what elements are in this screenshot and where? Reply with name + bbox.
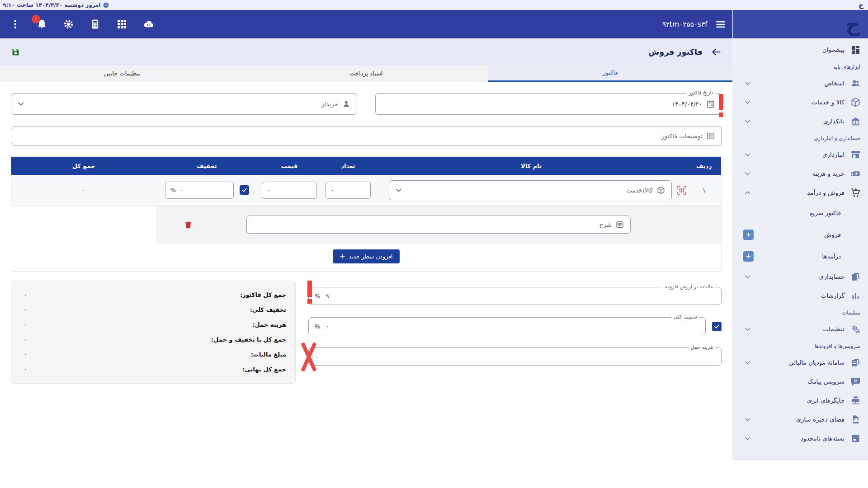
summary-row: جمع کل با تخفیف و حمل: ۰ (20, 332, 286, 347)
sidebar-subitem-link[interactable]: درآمدها (732, 245, 868, 267)
gear-icon[interactable] (63, 19, 74, 30)
chevron-down-icon[interactable] (743, 272, 752, 281)
chevron-up-icon[interactable] (743, 188, 752, 197)
quantity-input[interactable]: ۰ (326, 182, 371, 199)
invoice-items-table: ردیف نام کالا تعداد قیمت تخفیف جمع کل ۱ (11, 156, 722, 272)
chevron-down-icon[interactable] (743, 79, 752, 88)
main-content: فاکتور فروش فاکتور اسناد پرداخت تنظیمات … (0, 38, 732, 488)
sidebar-item-people[interactable]: اشخاص (732, 74, 868, 93)
chart-icon (850, 291, 861, 301)
shipping-cost-field[interactable]: هزینه حمل ۰ (308, 347, 722, 366)
sidebar-item-storage[interactable]: فضای ذخیره سازی (732, 410, 868, 429)
check-icon (241, 187, 248, 193)
sidebar-nav: پیشخوانابزارهای پایهاشخاصکالا و خدماتبان… (732, 38, 868, 488)
sidebar-item-bank[interactable]: بانکداری (732, 112, 868, 131)
buyer-placeholder: خریدار (321, 100, 338, 108)
description-placeholder: توضیحات فاکتور (661, 132, 703, 140)
sidebar-item-package[interactable]: بسته‌های نامحدود (732, 429, 868, 448)
summary-value: ۰ (20, 321, 27, 328)
page-header: فاکتور فروش (0, 38, 732, 66)
price-input[interactable]: ۰ (262, 182, 317, 199)
summary-label: جمع کل با تخفیف و حمل: (211, 336, 286, 343)
cloud-icon[interactable] (143, 19, 154, 30)
discount-input[interactable]: % ۰ (165, 182, 234, 199)
hamburger-menu-icon[interactable] (715, 19, 726, 30)
quick-add-button[interactable] (743, 230, 754, 240)
invoice-date-field[interactable]: تاریخ فاکتور ۱۴۰۴/۰۴/۳۰ (375, 93, 722, 115)
sidebar-item-taxdoc[interactable]: سامانه مودیان مالیاتی (732, 353, 868, 372)
summary-row: جمع کل نهایی: ۰ (20, 362, 286, 377)
cart-icon (850, 188, 861, 198)
apps-grid-icon[interactable] (116, 19, 127, 30)
sms-icon (850, 376, 861, 387)
summary-row: مبلغ مالیات: ۰ (20, 347, 286, 362)
back-arrow-icon[interactable] (711, 47, 722, 57)
notifications-bell-icon[interactable]: ۰ (36, 19, 47, 30)
item-row: ۱ کالا/خدمت ۰ (11, 175, 721, 206)
sidebar-item-label: خرید و هزینه (752, 170, 844, 177)
annotation-exclamation-vat (307, 281, 312, 304)
totals-fields: مالیات بر ارزش افزوده % ۹ تخفیف کلی % ۰ … (308, 281, 722, 378)
buyer-select[interactable]: خریدار (11, 93, 357, 115)
sidebar-item-box3d[interactable]: کالا و خدمات (732, 93, 868, 112)
save-icon[interactable] (11, 47, 20, 57)
product-placeholder: کالا/خدمت (626, 187, 653, 194)
sidebar-section-label: ابزارهای پایه (732, 59, 868, 74)
chevron-down-icon[interactable] (743, 415, 752, 424)
summary-value: ۰ (20, 366, 27, 373)
add-row-button[interactable]: افزودن سطر جدید (333, 249, 399, 263)
delete-row-icon[interactable] (184, 221, 193, 229)
sidebar-item-chart[interactable]: گزارشات (732, 286, 868, 305)
quick-add-button[interactable] (743, 251, 754, 262)
sidebar-item-label: بانکداری (752, 117, 844, 125)
vat-label: مالیات بر ارزش افزوده (662, 284, 715, 290)
docs-icon (850, 272, 861, 282)
sidebar-item-label: سرویس پیامک (743, 378, 844, 385)
package-icon (850, 433, 861, 444)
calculator-icon[interactable] (90, 19, 101, 30)
sidebar-item-sms[interactable]: سرویس پیامک (732, 372, 868, 391)
chevron-down-icon[interactable] (743, 117, 752, 126)
vat-field[interactable]: مالیات بر ارزش افزوده % ۹ (308, 287, 722, 305)
header-row-number: ردیف (687, 163, 721, 169)
sidebar-item-label: پیشخوان (743, 46, 844, 53)
chevron-down-icon[interactable] (743, 325, 752, 333)
sidebar-item-printer[interactable]: چاپگرهای ابری (732, 391, 868, 410)
more-options-icon[interactable] (9, 19, 21, 30)
sidebar-item-cart[interactable]: فروش و درآمد (732, 183, 868, 202)
chevron-down-icon[interactable] (743, 98, 752, 107)
summary-label: هزینه حمل: (252, 321, 286, 328)
tab-side-settings[interactable]: تنظیمات جانبی (0, 66, 244, 82)
sidebar-item-label: سامانه مودیان مالیاتی (752, 359, 844, 366)
product-select[interactable]: کالا/خدمت (389, 180, 672, 200)
header-price: قیمت (258, 163, 321, 169)
sidebar-item-purchase[interactable]: خرید و هزینه (732, 164, 868, 183)
sidebar-item-docs[interactable]: حسابداری (732, 267, 868, 286)
sidebar-item-dashboard[interactable]: پیشخوان (732, 40, 868, 59)
item-note-field[interactable]: شرح (246, 216, 631, 234)
sidebar-subitem-link[interactable]: فاکتور سریع (732, 202, 868, 224)
sidebar-section-label: سرویس‌ها و افزونه‌ها (732, 338, 868, 353)
check-icon (713, 323, 720, 330)
overall-discount-checkbox[interactable] (712, 322, 722, 331)
chevron-down-icon[interactable] (743, 434, 752, 443)
chevron-down-icon[interactable] (743, 358, 752, 367)
discount-percent-checkbox[interactable] (240, 185, 249, 195)
tab-payment-docs[interactable]: اسناد پرداخت (244, 66, 488, 82)
sidebar-item-label: چاپگرهای ابری (743, 397, 844, 404)
totals-summary-panel: جمع کل فاکتور: ۰ تخفیف کلی: ۰ هزینه حمل:… (11, 281, 296, 384)
sidebar-item-store[interactable]: انبارداری (732, 145, 868, 164)
sidebar-item-bag[interactable]: بازار افزونه‌ها (732, 460, 868, 460)
sidebar-item-gears[interactable]: تنظیمات (732, 319, 868, 338)
chevron-down-icon[interactable] (743, 169, 752, 178)
tab-invoice[interactable]: فاکتور (488, 66, 732, 82)
chevron-down-icon[interactable] (743, 150, 752, 159)
tab-bar: فاکتور اسناد پرداخت تنظیمات جانبی (0, 66, 732, 82)
sidebar-subitem-link[interactable]: فروش (732, 224, 868, 245)
taxdoc-icon (850, 357, 861, 368)
overall-discount-field[interactable]: تخفیف کلی % ۰ (308, 317, 706, 335)
barcode-scan-icon[interactable] (676, 185, 687, 196)
sidebar-item-label: کالا و خدمات (752, 99, 844, 106)
invoice-description-field[interactable]: توضیحات فاکتور (11, 127, 722, 145)
calendar-icon[interactable] (706, 99, 715, 108)
